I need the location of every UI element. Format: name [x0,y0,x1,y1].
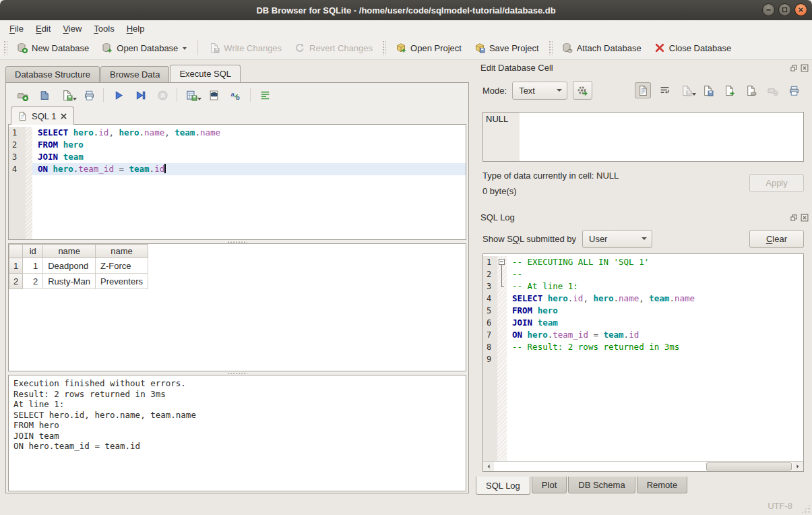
column-header-name[interactable]: name [96,245,148,258]
dock-tab-sql-log[interactable]: SQL Log [476,477,530,495]
horizontal-scrollbar[interactable] [483,461,803,471]
stop-execution-button[interactable] [154,87,170,103]
menu-view[interactable]: View [57,22,88,36]
toolbar-drag-handle[interactable] [382,40,386,55]
dock-tabbar: SQL LogPlotDB SchemaRemote [476,477,689,495]
dropdown-arrow-icon[interactable] [197,98,201,102]
splitter-results-messages[interactable] [8,371,466,375]
scroll-right-button[interactable] [792,462,803,471]
copy-link-button[interactable] [743,82,759,98]
toolbar-drag-handle[interactable] [549,40,553,55]
row-header[interactable]: 2 [9,274,23,289]
toolbar-button-label: Open Project [410,43,462,53]
text-view-button[interactable] [635,82,651,98]
tab-browse-data[interactable]: Browse Data [100,66,169,82]
dock-tab-plot[interactable]: Plot [532,477,567,493]
close-dock-button[interactable] [800,213,809,222]
resize-grip[interactable] [801,504,811,514]
float-dock-button[interactable] [789,213,798,222]
print-sql-button[interactable] [81,87,97,103]
table-cell[interactable]: Rusty-Man [43,274,96,289]
save-sql-file-button[interactable] [59,87,75,103]
open-project-icon [396,42,406,53]
dropdown-arrow-icon[interactable] [73,98,77,102]
dock-tab-remote[interactable]: Remote [637,477,688,493]
window-controls [762,3,807,16]
menu-tools[interactable]: Tools [88,22,120,36]
cell-type-info: Type of data currently in cell: NULL [482,171,619,181]
open-sql-file-button[interactable] [36,87,53,103]
import-data-button[interactable] [699,82,716,98]
editor-margin [26,139,32,151]
print-cell-button[interactable] [786,82,802,98]
fold-collapse-icon[interactable] [499,259,505,265]
format-sql-button[interactable]: ab [228,87,244,103]
find-replace-button[interactable] [206,87,222,103]
splitter-editor-results[interactable] [8,240,466,243]
export-data-button[interactable] [721,82,737,98]
word-wrap-button[interactable] [257,87,273,103]
toolbar-button-label: Close Database [669,43,732,53]
null-icon [767,85,778,96]
scrollbar-thumb[interactable] [706,462,792,471]
save-results-button[interactable] [183,87,199,103]
tab-execute-sql[interactable]: Execute SQL [170,65,241,82]
table-cell[interactable]: Z-Force [96,258,148,274]
close-tab-icon[interactable] [60,113,67,120]
close-dock-button[interactable] [800,63,809,72]
maximize-icon [780,5,789,14]
set-null-button[interactable] [764,82,780,98]
word-wrap-button[interactable] [656,82,673,98]
new-database-button[interactable]: New Database [12,40,94,56]
fold-margin[interactable] [497,256,507,268]
filter-label: Show SQL submitted by [482,234,576,244]
close-database-button[interactable]: Close Database [650,40,737,56]
titlebar[interactable]: DB Browser for SQLite - /home/user/code/… [0,0,812,20]
clear-log-button[interactable]: Clear [749,230,804,248]
table-corner-cell[interactable] [9,245,23,258]
column-header-name[interactable]: name [43,245,96,258]
toolbar-separator [250,88,251,102]
save-project-button[interactable]: Save Project [470,40,544,56]
mode-combobox[interactable]: Text [512,82,567,100]
table-cell[interactable]: 2 [23,274,43,289]
new-sql-tab-button[interactable] [14,87,30,103]
dropdown-arrow-icon[interactable] [692,93,696,98]
tab-database-structure[interactable]: Database Structure [5,66,100,82]
cell-value-editor[interactable]: NULL [482,112,804,162]
table-cell[interactable]: 1 [23,258,43,274]
menu-edit[interactable]: Edit [30,22,57,36]
toolbar-drag-handle[interactable] [3,40,7,55]
save-cell-button[interactable] [678,82,694,98]
float-dock-button[interactable] [789,63,798,72]
auto-apply-button[interactable] [573,81,592,100]
scroll-left-button[interactable] [483,462,494,471]
execute-current-line-button[interactable] [132,87,148,103]
table-cell[interactable]: Preventers [96,274,148,289]
maximize-button[interactable] [778,3,791,16]
dropdown-arrow-icon[interactable] [183,47,187,52]
column-header-id[interactable]: id [23,245,43,258]
close-icon [801,64,809,72]
write-changes-button[interactable]: Write Changes [204,40,286,56]
apply-button[interactable]: Apply [749,174,804,192]
table-cell[interactable]: Deadpond [43,258,96,274]
menu-help[interactable]: Help [121,22,151,36]
revert-changes-button[interactable]: Revert Changes [290,40,377,56]
close-button[interactable] [794,3,807,16]
dock-tab-db-schema[interactable]: DB Schema [568,477,635,493]
toolbar-button-label: New Database [32,43,89,53]
sql-tab[interactable]: SQL 1 [11,107,74,125]
submitted-by-combobox[interactable]: User [582,230,652,248]
attach-database-button[interactable]: Attach Database [557,40,646,56]
sql-log-dock-title: SQL Log [480,212,515,222]
svg-text:a: a [230,90,235,97]
row-header[interactable]: 1 [9,258,23,274]
open-project-button[interactable]: Open Project [391,40,466,56]
minimize-button[interactable] [762,3,775,16]
execute-all-button[interactable] [110,87,126,103]
sql-editor[interactable]: 1SELECT hero.id, hero.name, team.name2FR… [8,124,466,240]
open-database-button[interactable]: Open Database [97,40,191,56]
scrollbar-groove[interactable] [494,462,792,471]
menu-file[interactable]: File [3,22,30,36]
